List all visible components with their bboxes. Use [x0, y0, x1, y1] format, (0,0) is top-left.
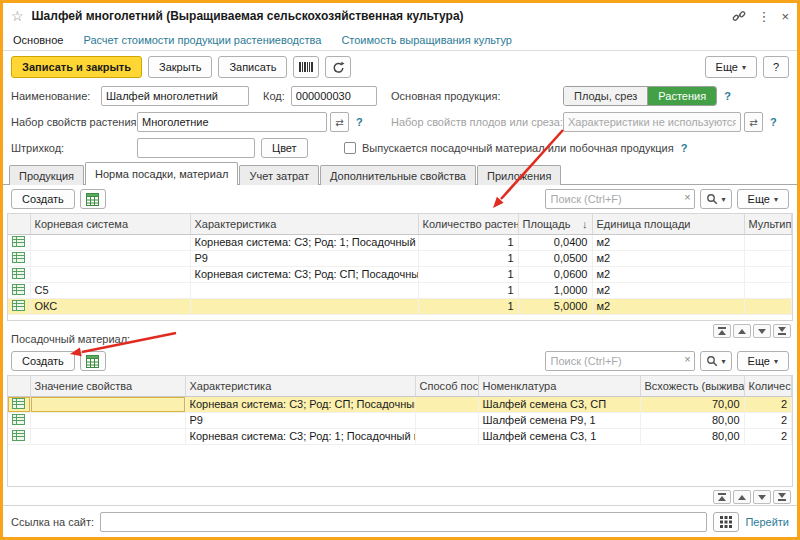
nav-item-main[interactable]: Основное [13, 34, 63, 46]
tab-attachments[interactable]: Приложения [477, 165, 561, 185]
tab-cost-accounting[interactable]: Учет затрат [239, 165, 319, 185]
table-row[interactable]: Корневая система: С3; Род: СП; Посадочны… [8, 266, 792, 282]
get-link-icon[interactable] [732, 10, 746, 23]
toggle-option-fruits[interactable]: Плоды, срез [564, 87, 648, 105]
cell-nomenclature[interactable]: Шалфей семена Р9, 1 [478, 412, 640, 428]
header-planting-method[interactable]: Способ поса... [415, 376, 478, 396]
cell-planting-method[interactable] [415, 412, 478, 428]
search-input[interactable] [545, 351, 695, 371]
color-button[interactable]: Цвет [261, 138, 308, 158]
go-first-button[interactable] [713, 490, 731, 504]
cell-quantity[interactable]: 1 [418, 266, 518, 282]
header-unit[interactable]: Единица площади [592, 214, 744, 234]
more-button[interactable]: Еще ▾ [737, 189, 789, 209]
search-options-button[interactable]: ▾ [700, 189, 732, 209]
go-down-button[interactable] [753, 490, 771, 504]
header-root-system[interactable]: Корневая система [30, 214, 190, 234]
cell-nomenclature[interactable]: Шалфей семена С3, 1 [478, 428, 640, 444]
cell-germination[interactable]: 80,00 [640, 412, 744, 428]
byproduct-checkbox[interactable] [344, 142, 356, 154]
clear-search-icon[interactable]: × [684, 191, 690, 203]
create-button[interactable]: Создать [11, 351, 75, 371]
menu-kebab-icon[interactable]: ⋮ [757, 10, 770, 23]
header-germination[interactable]: Всхожесть (выживаемост...↓ [640, 376, 744, 396]
cell-property-value[interactable] [30, 396, 185, 412]
go-to-site-link[interactable]: Перейти [745, 516, 789, 528]
nav-link-cost-calc[interactable]: Расчет стоимости продукции растениеводст… [83, 34, 321, 46]
header-quantity[interactable]: Количест... [744, 376, 792, 396]
table-row[interactable]: Корневая система: С3; Род: 1; Посадочный… [8, 234, 792, 250]
header-multiplates[interactable]: Мультиплаты [744, 214, 792, 234]
go-last-button[interactable] [773, 490, 791, 504]
cell-root-system[interactable]: ОКС [30, 298, 190, 314]
cell-area[interactable]: 1,0000 [518, 282, 592, 298]
clear-search-icon[interactable]: × [684, 353, 690, 365]
cell-characteristic[interactable]: Р9 [190, 250, 418, 266]
cell-unit[interactable]: м2 [592, 234, 744, 250]
cell-nomenclature[interactable]: Шалфей семена С3, СП [478, 396, 640, 412]
qr-button[interactable] [713, 512, 739, 532]
cell-multiplates[interactable] [744, 282, 792, 298]
go-last-button[interactable] [773, 324, 791, 338]
help-icon[interactable]: ? [724, 90, 731, 102]
help-icon[interactable]: ? [356, 116, 363, 128]
go-down-button[interactable] [753, 324, 771, 338]
search-options-button[interactable]: ▾ [700, 351, 732, 371]
cell-unit[interactable]: м2 [592, 266, 744, 282]
open-props-button[interactable]: ⇄ [330, 112, 349, 132]
toggle-option-plants[interactable]: Растения [648, 87, 716, 105]
cell-unit[interactable]: м2 [592, 298, 744, 314]
open-props-button[interactable]: ⇄ [744, 112, 763, 132]
cell-quantity[interactable]: 2 [744, 428, 792, 444]
header-property-value[interactable]: Значение свойства [30, 376, 185, 396]
go-first-button[interactable] [713, 324, 731, 338]
cell-root-system[interactable] [30, 266, 190, 282]
save-button[interactable]: Записать [218, 56, 287, 78]
table-row[interactable]: Р9 Шалфей семена Р9, 1 80,00 2 [8, 412, 792, 428]
search-input[interactable] [545, 189, 695, 209]
refresh-button[interactable] [325, 56, 351, 78]
cell-characteristic[interactable]: Р9 [185, 412, 415, 428]
cell-root-system[interactable] [30, 234, 190, 250]
cell-characteristic[interactable]: Корневая система: С3; Род: СП; Посадочны… [185, 396, 415, 412]
save-close-button[interactable]: Записать и закрыть [11, 56, 142, 78]
cell-germination[interactable]: 80,00 [640, 428, 744, 444]
cell-unit[interactable]: м2 [592, 282, 744, 298]
nav-link-growing-cost[interactable]: Стоимость выращивания культур [341, 34, 512, 46]
cell-quantity[interactable]: 1 [418, 234, 518, 250]
cell-quantity[interactable]: 2 [744, 396, 792, 412]
cell-root-system[interactable] [30, 250, 190, 266]
cell-area[interactable]: 0,0500 [518, 250, 592, 266]
create-button[interactable]: Создать [11, 189, 75, 209]
table-row-selected[interactable]: Корневая система: С3; Род: СП; Посадочны… [8, 396, 792, 412]
favorite-star-icon[interactable]: ☆ [11, 8, 24, 24]
tab-products[interactable]: Продукция [9, 165, 84, 185]
list-settings-button[interactable] [80, 189, 106, 209]
cell-quantity[interactable]: 1 [418, 298, 518, 314]
site-link-input[interactable] [100, 512, 707, 532]
table-row[interactable]: Р9 1 0,0500 м2 [8, 250, 792, 266]
tab-additional-properties[interactable]: Дополнительные свойства [320, 165, 476, 185]
cell-characteristic[interactable]: Корневая система: С3; Род: СП; Посадочны… [190, 266, 418, 282]
cell-area[interactable]: 0,0400 [518, 234, 592, 250]
cell-area[interactable]: 5,0000 [518, 298, 592, 314]
cell-multiplates[interactable] [744, 234, 792, 250]
list-settings-button[interactable] [80, 351, 106, 371]
cell-area[interactable]: 0,0600 [518, 266, 592, 282]
barcode-input[interactable] [137, 138, 255, 158]
close-icon[interactable]: × [781, 10, 789, 23]
plant-props-input[interactable] [137, 112, 327, 132]
tab-planting-norm[interactable]: Норма посадки, материал [85, 162, 238, 185]
more-button[interactable]: Еще ▾ [705, 56, 757, 78]
cell-characteristic[interactable] [190, 298, 418, 314]
cell-quantity[interactable]: 1 [418, 250, 518, 266]
more-button[interactable]: Еще ▾ [737, 351, 789, 371]
cell-characteristic[interactable]: Корневая система: С3; Род: 1; Посадочный… [185, 428, 415, 444]
table-row-selected[interactable]: ОКС 1 5,0000 м2 [8, 298, 792, 314]
go-up-button[interactable] [733, 324, 751, 338]
cell-quantity[interactable]: 1 [418, 282, 518, 298]
header-characteristic[interactable]: Характеристика [185, 376, 415, 396]
table-row[interactable]: Корневая система: С3; Род: 1; Посадочный… [8, 428, 792, 444]
close-button[interactable]: Закрыть [148, 56, 212, 78]
help-icon[interactable]: ? [681, 142, 688, 154]
